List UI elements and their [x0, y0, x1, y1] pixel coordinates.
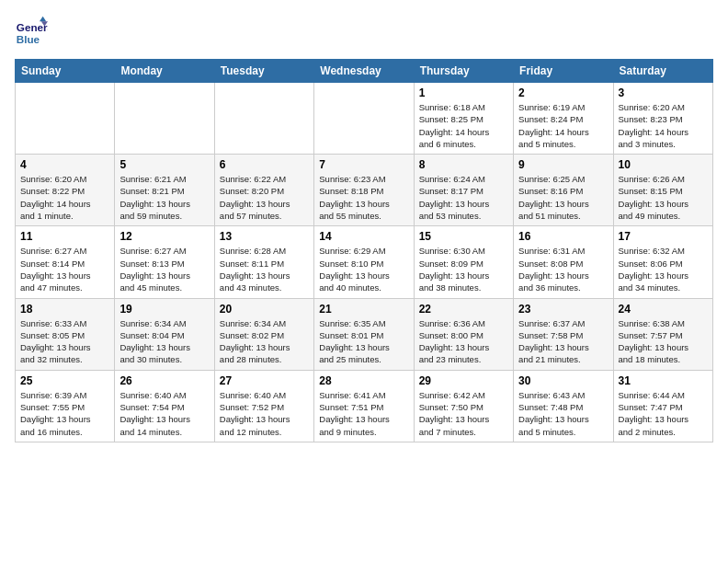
day-header-friday: Friday [514, 60, 613, 83]
day-number: 19 [119, 303, 209, 316]
calendar-cell: 19Sunrise: 6:34 AM Sunset: 8:04 PM Dayli… [115, 298, 214, 370]
day-info: Sunrise: 6:35 AM Sunset: 8:01 PM Dayligh… [319, 317, 408, 366]
calendar-cell: 6Sunrise: 6:22 AM Sunset: 8:20 PM Daylig… [214, 155, 313, 226]
calendar-cell: 20Sunrise: 6:34 AM Sunset: 8:02 PM Dayli… [214, 298, 313, 370]
day-info: Sunrise: 6:23 AM Sunset: 8:18 PM Dayligh… [319, 173, 408, 222]
day-number: 2 [518, 86, 608, 99]
day-info: Sunrise: 6:43 AM Sunset: 7:48 PM Dayligh… [518, 389, 608, 438]
day-info: Sunrise: 6:33 AM Sunset: 8:05 PM Dayligh… [20, 317, 109, 366]
day-info: Sunrise: 6:34 AM Sunset: 8:02 PM Dayligh… [220, 317, 309, 366]
day-number: 30 [518, 374, 608, 387]
calendar-cell: 12Sunrise: 6:27 AM Sunset: 8:13 PM Dayli… [115, 226, 214, 298]
day-info: Sunrise: 6:34 AM Sunset: 8:04 PM Dayligh… [119, 317, 209, 366]
day-info: Sunrise: 6:40 AM Sunset: 7:54 PM Dayligh… [119, 389, 209, 438]
day-number: 26 [119, 374, 209, 387]
day-info: Sunrise: 6:22 AM Sunset: 8:20 PM Dayligh… [220, 173, 309, 222]
calendar-week-row: 18Sunrise: 6:33 AM Sunset: 8:05 PM Dayli… [16, 298, 713, 370]
day-info: Sunrise: 6:42 AM Sunset: 7:50 PM Dayligh… [419, 389, 508, 438]
calendar-cell: 8Sunrise: 6:24 AM Sunset: 8:17 PM Daylig… [414, 155, 513, 226]
day-number: 20 [220, 303, 309, 316]
calendar-cell [214, 83, 313, 155]
day-number: 31 [619, 374, 708, 387]
calendar-cell [115, 83, 214, 155]
calendar-cell: 15Sunrise: 6:30 AM Sunset: 8:09 PM Dayli… [414, 226, 513, 298]
calendar-cell: 25Sunrise: 6:39 AM Sunset: 7:55 PM Dayli… [16, 370, 115, 442]
day-number: 10 [619, 158, 708, 171]
day-number: 16 [518, 230, 608, 243]
calendar-week-row: 1Sunrise: 6:18 AM Sunset: 8:25 PM Daylig… [16, 83, 713, 155]
day-number: 11 [20, 230, 109, 243]
calendar-cell: 10Sunrise: 6:26 AM Sunset: 8:15 PM Dayli… [613, 155, 712, 226]
day-info: Sunrise: 6:44 AM Sunset: 7:47 PM Dayligh… [619, 389, 708, 438]
calendar-cell: 7Sunrise: 6:23 AM Sunset: 8:18 PM Daylig… [314, 155, 414, 226]
calendar-cell: 31Sunrise: 6:44 AM Sunset: 7:47 PM Dayli… [613, 370, 712, 442]
day-header-thursday: Thursday [414, 60, 513, 83]
calendar-cell [16, 83, 115, 155]
svg-marker-2 [40, 17, 46, 21]
calendar-cell: 17Sunrise: 6:32 AM Sunset: 8:06 PM Dayli… [613, 226, 712, 298]
calendar-table: SundayMondayTuesdayWednesdayThursdayFrid… [15, 59, 713, 442]
day-info: Sunrise: 6:30 AM Sunset: 8:09 PM Dayligh… [419, 245, 508, 293]
day-number: 1 [419, 86, 508, 99]
calendar-cell: 29Sunrise: 6:42 AM Sunset: 7:50 PM Dayli… [414, 370, 513, 442]
day-header-sunday: Sunday [16, 60, 115, 83]
calendar-cell: 5Sunrise: 6:21 AM Sunset: 8:21 PM Daylig… [115, 155, 214, 226]
day-number: 9 [518, 158, 608, 171]
logo: General Blue [15, 15, 51, 48]
day-number: 12 [119, 230, 209, 243]
day-info: Sunrise: 6:29 AM Sunset: 8:10 PM Dayligh… [319, 245, 408, 293]
day-number: 15 [419, 230, 508, 243]
calendar-cell: 24Sunrise: 6:38 AM Sunset: 7:57 PM Dayli… [613, 298, 712, 370]
day-info: Sunrise: 6:27 AM Sunset: 8:14 PM Dayligh… [20, 245, 109, 293]
calendar-cell: 2Sunrise: 6:19 AM Sunset: 8:24 PM Daylig… [514, 83, 613, 155]
day-number: 6 [220, 158, 309, 171]
day-info: Sunrise: 6:28 AM Sunset: 8:11 PM Dayligh… [220, 245, 309, 293]
calendar-cell: 26Sunrise: 6:40 AM Sunset: 7:54 PM Dayli… [115, 370, 214, 442]
day-info: Sunrise: 6:19 AM Sunset: 8:24 PM Dayligh… [518, 101, 608, 150]
day-number: 29 [419, 374, 508, 387]
calendar-cell: 4Sunrise: 6:20 AM Sunset: 8:22 PM Daylig… [16, 155, 115, 226]
calendar-week-row: 25Sunrise: 6:39 AM Sunset: 7:55 PM Dayli… [16, 370, 713, 442]
day-number: 25 [20, 374, 109, 387]
day-number: 4 [20, 158, 109, 171]
day-header-wednesday: Wednesday [314, 60, 414, 83]
calendar-cell [314, 83, 414, 155]
day-number: 3 [619, 86, 708, 99]
day-info: Sunrise: 6:38 AM Sunset: 7:57 PM Dayligh… [619, 317, 708, 366]
calendar-cell: 14Sunrise: 6:29 AM Sunset: 8:10 PM Dayli… [314, 226, 414, 298]
day-info: Sunrise: 6:40 AM Sunset: 7:52 PM Dayligh… [220, 389, 309, 438]
day-number: 8 [419, 158, 508, 171]
calendar-cell: 23Sunrise: 6:37 AM Sunset: 7:58 PM Dayli… [514, 298, 613, 370]
day-info: Sunrise: 6:20 AM Sunset: 8:23 PM Dayligh… [619, 101, 708, 150]
day-info: Sunrise: 6:32 AM Sunset: 8:06 PM Dayligh… [619, 245, 708, 293]
day-number: 27 [220, 374, 309, 387]
day-header-monday: Monday [115, 60, 214, 83]
day-info: Sunrise: 6:25 AM Sunset: 8:16 PM Dayligh… [518, 173, 608, 222]
day-number: 22 [419, 303, 508, 316]
day-number: 21 [319, 303, 408, 316]
calendar-header-row: SundayMondayTuesdayWednesdayThursdayFrid… [16, 60, 713, 83]
calendar-cell: 13Sunrise: 6:28 AM Sunset: 8:11 PM Dayli… [214, 226, 313, 298]
page-header: General Blue [15, 15, 713, 48]
calendar-cell: 11Sunrise: 6:27 AM Sunset: 8:14 PM Dayli… [16, 226, 115, 298]
calendar-week-row: 4Sunrise: 6:20 AM Sunset: 8:22 PM Daylig… [16, 155, 713, 226]
day-info: Sunrise: 6:18 AM Sunset: 8:25 PM Dayligh… [419, 101, 508, 150]
day-number: 18 [20, 303, 109, 316]
calendar-cell: 30Sunrise: 6:43 AM Sunset: 7:48 PM Dayli… [514, 370, 613, 442]
calendar-cell: 3Sunrise: 6:20 AM Sunset: 8:23 PM Daylig… [613, 83, 712, 155]
svg-text:Blue: Blue [17, 33, 40, 45]
day-info: Sunrise: 6:26 AM Sunset: 8:15 PM Dayligh… [619, 173, 708, 222]
calendar-cell: 22Sunrise: 6:36 AM Sunset: 8:00 PM Dayli… [414, 298, 513, 370]
calendar-cell: 27Sunrise: 6:40 AM Sunset: 7:52 PM Dayli… [214, 370, 313, 442]
calendar-cell: 28Sunrise: 6:41 AM Sunset: 7:51 PM Dayli… [314, 370, 414, 442]
day-info: Sunrise: 6:21 AM Sunset: 8:21 PM Dayligh… [119, 173, 209, 222]
day-number: 24 [619, 303, 708, 316]
day-number: 13 [220, 230, 309, 243]
day-info: Sunrise: 6:39 AM Sunset: 7:55 PM Dayligh… [20, 389, 109, 438]
day-info: Sunrise: 6:36 AM Sunset: 8:00 PM Dayligh… [419, 317, 508, 366]
day-info: Sunrise: 6:37 AM Sunset: 7:58 PM Dayligh… [518, 317, 608, 366]
day-header-tuesday: Tuesday [214, 60, 313, 83]
day-info: Sunrise: 6:20 AM Sunset: 8:22 PM Dayligh… [20, 173, 109, 222]
calendar-cell: 1Sunrise: 6:18 AM Sunset: 8:25 PM Daylig… [414, 83, 513, 155]
calendar-cell: 21Sunrise: 6:35 AM Sunset: 8:01 PM Dayli… [314, 298, 414, 370]
